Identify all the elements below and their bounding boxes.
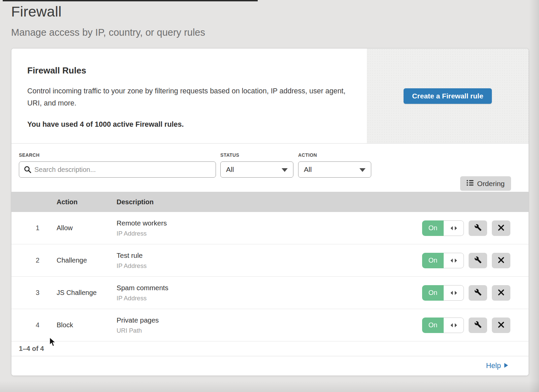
rule-priority: 3 (11, 289, 57, 297)
table-body: 1 Allow Remote workers IP Address On (11, 212, 529, 341)
pagination-row: 1–4 of 4 (11, 341, 529, 356)
column-header-action: Action (57, 198, 117, 206)
rule-description-cell: Test rule IP Address (117, 251, 422, 270)
firewall-rules-card: Firewall Rules Control incoming traffic … (11, 48, 529, 376)
action-label: ACTION (298, 152, 371, 158)
page-subtitle: Manage access by IP, country, or query r… (11, 27, 539, 38)
wrench-icon (474, 256, 482, 265)
rule-action: JS Challenge (57, 289, 117, 297)
rule-description-cell: Private pages URI Path (117, 316, 422, 334)
status-select[interactable]: All (220, 161, 293, 178)
status-filter-group: STATUS All (220, 152, 293, 178)
rule-description: Test rule (117, 251, 422, 260)
rule-enabled-toggle[interactable]: On (422, 318, 464, 333)
edit-rule-button[interactable] (469, 285, 487, 301)
edit-rule-button[interactable] (469, 253, 487, 268)
intro-text-panel: Firewall Rules Control incoming traffic … (11, 49, 367, 143)
rule-match-field: IP Address (117, 230, 422, 237)
intro-heading: Firewall Rules (27, 65, 352, 76)
rule-controls: On (422, 253, 529, 268)
chevron-down-icon (282, 168, 288, 172)
toggle-arrows-icon (444, 253, 464, 268)
delete-rule-button[interactable] (492, 318, 510, 333)
create-firewall-rule-button[interactable]: Create a Firewall rule (404, 88, 492, 104)
result-range: 1–4 of 4 (19, 345, 44, 353)
intro-section: Firewall Rules Control incoming traffic … (11, 49, 529, 144)
x-icon (498, 257, 504, 264)
intro-description: Control incoming traffic to your zone by… (27, 85, 351, 109)
action-select[interactable]: All (298, 161, 371, 178)
toggle-on-label: On (422, 253, 444, 268)
rule-description-cell: Spam comments IP Address (117, 284, 422, 302)
rule-description: Spam comments (117, 284, 422, 292)
chevron-down-icon (359, 168, 366, 172)
column-header-description: Description (117, 198, 422, 206)
rule-match-field: URI Path (117, 327, 422, 334)
page-header: Firewall Manage access by IP, country, o… (0, 0, 539, 38)
rule-match-field: IP Address (117, 262, 422, 270)
rule-priority: 1 (11, 224, 57, 232)
edit-rule-button[interactable] (469, 220, 487, 236)
toggle-on-label: On (422, 318, 444, 333)
search-label: SEARCH (19, 152, 216, 158)
rule-enabled-toggle[interactable]: On (422, 253, 464, 268)
table-row: 1 Allow Remote workers IP Address On (11, 212, 529, 244)
wrench-icon (474, 321, 482, 329)
rule-controls: On (422, 220, 529, 236)
rule-match-field: IP Address (117, 295, 422, 302)
toggle-arrows-icon (444, 220, 464, 236)
rule-controls: On (422, 285, 529, 301)
rule-priority: 2 (11, 257, 57, 264)
search-box (19, 161, 216, 178)
page-title: Firewall (11, 3, 539, 20)
rule-priority: 4 (11, 321, 57, 329)
wrench-icon (474, 289, 482, 297)
toggle-arrows-icon (444, 318, 464, 333)
help-row: Help (11, 356, 529, 375)
rule-action: Allow (57, 224, 117, 232)
rule-enabled-toggle[interactable]: On (422, 285, 464, 301)
x-icon (498, 322, 504, 329)
action-filter-group: ACTION All (298, 152, 371, 178)
action-select-value: All (304, 165, 312, 174)
rule-description: Private pages (117, 316, 422, 324)
help-link[interactable]: Help (486, 362, 508, 370)
search-icon (24, 165, 32, 174)
delete-rule-button[interactable] (492, 253, 510, 268)
toggle-on-label: On (422, 220, 444, 236)
rule-controls: On (422, 318, 529, 333)
table-row: 3 JS Challenge Spam comments IP Address … (11, 277, 529, 309)
search-filter-group: SEARCH (19, 152, 216, 178)
wrench-icon (474, 224, 482, 232)
help-link-label: Help (486, 362, 501, 370)
filter-bar: SEARCH STATUS All ACTION All (11, 144, 529, 192)
toggle-on-label: On (422, 285, 444, 301)
toggle-arrows-icon (444, 285, 464, 301)
ordered-list-icon (467, 180, 474, 188)
x-icon (498, 289, 504, 297)
triangle-right-icon (504, 362, 508, 370)
table-row: 2 Challenge Test rule IP Address On (11, 244, 529, 277)
rule-action: Challenge (57, 257, 117, 264)
edit-rule-button[interactable] (469, 318, 487, 333)
status-label: STATUS (220, 152, 293, 158)
search-input[interactable] (19, 161, 216, 178)
ordering-button[interactable]: Ordering (460, 176, 511, 191)
rule-action: Block (57, 321, 117, 329)
table-row: 4 Block Private pages URI Path On (11, 309, 529, 341)
rule-description-cell: Remote workers IP Address (117, 219, 422, 237)
create-rule-panel: Create a Firewall rule (367, 49, 529, 143)
usage-summary: You have used 4 of 1000 active Firewall … (27, 120, 352, 129)
delete-rule-button[interactable] (492, 285, 510, 301)
firewall-page: Firewall Manage access by IP, country, o… (0, 0, 539, 392)
ordering-button-label: Ordering (477, 180, 505, 188)
table-header: Action Description (11, 192, 529, 212)
delete-rule-button[interactable] (492, 220, 510, 236)
rule-description: Remote workers (117, 219, 422, 227)
status-select-value: All (226, 165, 234, 174)
x-icon (498, 224, 504, 232)
screen-edge-artifact (3, 0, 258, 1)
rule-enabled-toggle[interactable]: On (422, 220, 464, 236)
